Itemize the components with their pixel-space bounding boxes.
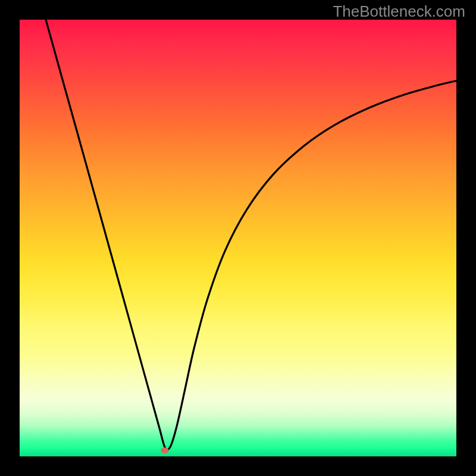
watermark-text: TheBottleneck.com [333, 2, 465, 21]
chart-curve-svg [20, 20, 456, 456]
chart-plot-area [20, 20, 456, 456]
bottleneck-curve-path [46, 20, 456, 450]
minimum-marker [161, 447, 169, 453]
